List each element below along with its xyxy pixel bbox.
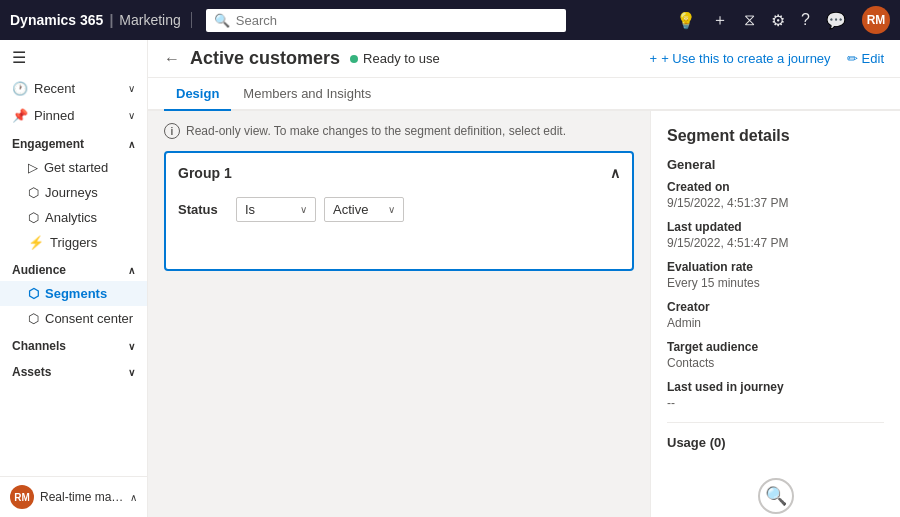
last-updated-label: Last updated bbox=[667, 220, 884, 234]
chevron-down-icon: ∨ bbox=[128, 83, 135, 94]
segment-group-card: Group 1 ∧ Status Is ∨ Active ∨ bbox=[164, 151, 634, 271]
target-audience-label: Target audience bbox=[667, 340, 884, 354]
sidebar-item-consent-center[interactable]: ⬡ Consent center bbox=[0, 306, 147, 331]
group-header: Group 1 ∧ bbox=[178, 165, 620, 181]
chevron-up-icon: ∧ bbox=[128, 139, 135, 150]
footer-chevron-icon: ∧ bbox=[130, 492, 137, 503]
readonly-notice: i Read-only view. To make changes to the… bbox=[164, 123, 634, 139]
sidebar-item-journeys[interactable]: ⬡ Journeys bbox=[0, 180, 147, 205]
tab-design[interactable]: Design bbox=[164, 78, 231, 111]
brand: Dynamics 365 | Marketing bbox=[10, 12, 192, 28]
collapse-icon[interactable]: ∧ bbox=[610, 165, 620, 181]
header-right: + + Use this to create a journey ✏ Edit bbox=[650, 51, 884, 66]
help-icon[interactable]: ? bbox=[801, 11, 810, 29]
brand-name: Dynamics 365 bbox=[10, 12, 103, 28]
search-empty-icon: 🔍 bbox=[758, 478, 794, 514]
consent-icon: ⬡ bbox=[28, 311, 39, 326]
chevron-down-icon-4: ∨ bbox=[128, 367, 135, 378]
assets-group: Assets ∨ bbox=[0, 357, 147, 383]
value-chevron-icon: ∨ bbox=[388, 204, 395, 215]
sidebar-item-recent[interactable]: 🕐 Recent ∨ bbox=[0, 75, 147, 102]
analytics-icon: ⬡ bbox=[28, 210, 39, 225]
status-dot bbox=[350, 55, 358, 63]
back-button[interactable]: ← bbox=[164, 50, 180, 68]
chevron-down-icon-3: ∨ bbox=[128, 341, 135, 352]
footer-avatar: RM bbox=[10, 485, 34, 509]
plus-icon: + bbox=[650, 51, 658, 66]
right-panel: Segment details General Created on 9/15/… bbox=[650, 111, 900, 517]
eval-rate-label: Evaluation rate bbox=[667, 260, 884, 274]
audience-group: Audience ∧ bbox=[0, 255, 147, 281]
user-avatar[interactable]: RM bbox=[862, 6, 890, 34]
center-panel: i Read-only view. To make changes to the… bbox=[148, 111, 650, 517]
filter-icon[interactable]: ⧖ bbox=[744, 11, 755, 29]
search-box[interactable]: 🔍 bbox=[206, 9, 566, 32]
main-layout: ☰ 🕐 Recent ∨ 📌 Pinned ∨ Engagement ∧ ▷ G… bbox=[0, 40, 900, 517]
pin-icon: 📌 bbox=[12, 108, 28, 123]
last-used-label: Last used in journey bbox=[667, 380, 884, 394]
condition-value: Active bbox=[333, 202, 368, 217]
chat-icon[interactable]: 💬 bbox=[826, 11, 846, 30]
segments-icon: ⬡ bbox=[28, 286, 39, 301]
divider bbox=[667, 422, 884, 423]
footer-label: Real-time marketi... bbox=[40, 490, 124, 504]
sidebar-item-segments[interactable]: ⬡ Segments bbox=[0, 281, 147, 306]
settings-icon[interactable]: ⚙ bbox=[771, 11, 785, 30]
content-header: ← Active customers Ready to use + + Use … bbox=[148, 40, 900, 78]
operator-chevron-icon: ∨ bbox=[300, 204, 307, 215]
topbar-icons: 💡 ＋ ⧖ ⚙ ? 💬 RM bbox=[676, 6, 890, 34]
play-icon: ▷ bbox=[28, 160, 38, 175]
create-journey-button[interactable]: + + Use this to create a journey bbox=[650, 51, 831, 66]
sidebar-item-pinned[interactable]: 📌 Pinned ∨ bbox=[0, 102, 147, 129]
clock-icon: 🕐 bbox=[12, 81, 28, 96]
sidebar-item-analytics[interactable]: ⬡ Analytics bbox=[0, 205, 147, 230]
readonly-text: Read-only view. To make changes to the s… bbox=[186, 124, 566, 138]
panel-title: Segment details bbox=[667, 127, 884, 145]
creator-label: Creator bbox=[667, 300, 884, 314]
status-text: Ready to use bbox=[363, 51, 440, 66]
lightbulb-icon[interactable]: 💡 bbox=[676, 11, 696, 30]
sidebar: ☰ 🕐 Recent ∨ 📌 Pinned ∨ Engagement ∧ ▷ G… bbox=[0, 40, 148, 517]
operator-dropdown[interactable]: Is ∨ bbox=[236, 197, 316, 222]
detail-field-last-updated: Last updated 9/15/2022, 4:51:47 PM bbox=[667, 220, 884, 250]
add-icon[interactable]: ＋ bbox=[712, 10, 728, 31]
content-body: i Read-only view. To make changes to the… bbox=[148, 111, 900, 517]
edit-button[interactable]: ✏ Edit bbox=[847, 51, 884, 66]
topbar: Dynamics 365 | Marketing 🔍 💡 ＋ ⧖ ⚙ ? 💬 R… bbox=[0, 0, 900, 40]
detail-field-target-audience: Target audience Contacts bbox=[667, 340, 884, 370]
eval-rate-value: Every 15 minutes bbox=[667, 276, 884, 290]
sidebar-item-get-started[interactable]: ▷ Get started bbox=[0, 155, 147, 180]
journey-icon: ⬡ bbox=[28, 185, 39, 200]
condition-row: Status Is ∨ Active ∨ bbox=[178, 193, 620, 226]
search-icon: 🔍 bbox=[214, 13, 230, 28]
sidebar-item-triggers[interactable]: ⚡ Triggers bbox=[0, 230, 147, 255]
created-on-value: 9/15/2022, 4:51:37 PM bbox=[667, 196, 884, 210]
info-icon: i bbox=[164, 123, 180, 139]
value-dropdown[interactable]: Active ∨ bbox=[324, 197, 404, 222]
general-section-label: General bbox=[667, 157, 884, 172]
hamburger-icon[interactable]: ☰ bbox=[0, 40, 147, 75]
page-title: Active customers bbox=[190, 48, 340, 69]
header-left: ← Active customers Ready to use bbox=[164, 48, 440, 69]
usage-title: Usage (0) bbox=[667, 435, 884, 450]
created-on-label: Created on bbox=[667, 180, 884, 194]
sidebar-footer[interactable]: RM Real-time marketi... ∧ bbox=[0, 476, 147, 517]
status-badge: Ready to use bbox=[350, 51, 440, 66]
channels-group: Channels ∨ bbox=[0, 331, 147, 357]
trigger-icon: ⚡ bbox=[28, 235, 44, 250]
edit-icon: ✏ bbox=[847, 51, 858, 66]
last-used-value: -- bbox=[667, 396, 884, 410]
usage-empty-state: 🔍 This segment has not been used in jour… bbox=[667, 462, 884, 517]
tab-members-insights[interactable]: Members and Insights bbox=[231, 78, 383, 111]
group-label: Group 1 bbox=[178, 165, 232, 181]
main-content: ← Active customers Ready to use + + Use … bbox=[148, 40, 900, 517]
module-name: Marketing bbox=[119, 12, 180, 28]
tabs-bar: Design Members and Insights bbox=[148, 78, 900, 111]
creator-value: Admin bbox=[667, 316, 884, 330]
engagement-group: Engagement ∧ bbox=[0, 129, 147, 155]
target-audience-value: Contacts bbox=[667, 356, 884, 370]
detail-field-creator: Creator Admin bbox=[667, 300, 884, 330]
detail-field-created-on: Created on 9/15/2022, 4:51:37 PM bbox=[667, 180, 884, 210]
chevron-down-icon-2: ∨ bbox=[128, 110, 135, 121]
search-input[interactable] bbox=[236, 13, 558, 28]
